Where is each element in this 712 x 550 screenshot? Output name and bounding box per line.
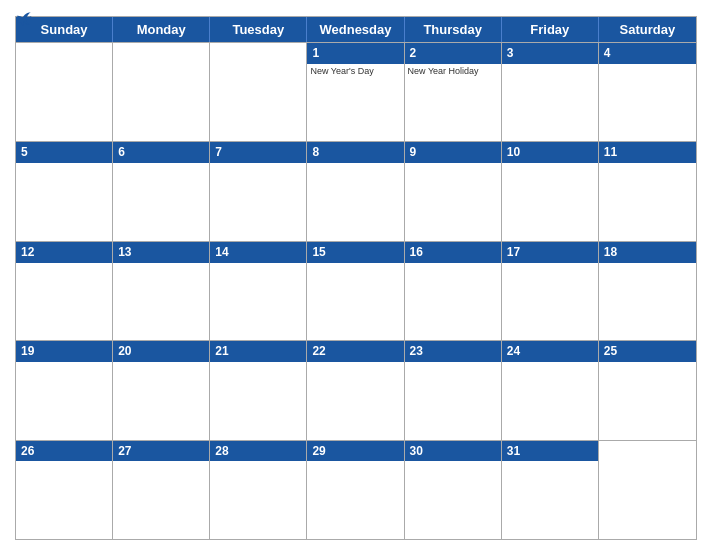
day-number: 8: [307, 142, 403, 163]
calendar-cell: [599, 441, 696, 539]
calendar-cell: 8: [307, 142, 404, 240]
calendar-week-5: 262728293031: [16, 440, 696, 539]
calendar-event: New Year Holiday: [405, 64, 501, 79]
calendar-cell: 1New Year's Day: [307, 43, 404, 141]
logo-blue: [15, 10, 35, 28]
calendar-cell: 12: [16, 242, 113, 340]
calendar-page: Sunday Monday Tuesday Wednesday Thursday…: [0, 0, 712, 550]
calendar-header: Sunday Monday Tuesday Wednesday Thursday…: [16, 17, 696, 42]
day-number: 31: [502, 441, 598, 462]
header-wednesday: Wednesday: [307, 17, 404, 42]
day-number: 2: [405, 43, 501, 64]
day-number: [210, 43, 306, 47]
calendar-cell: [113, 43, 210, 141]
day-number: 1: [307, 43, 403, 64]
header-tuesday: Tuesday: [210, 17, 307, 42]
day-number: 10: [502, 142, 598, 163]
calendar-grid: Sunday Monday Tuesday Wednesday Thursday…: [15, 16, 697, 540]
day-number: 27: [113, 441, 209, 462]
day-number: 25: [599, 341, 696, 362]
calendar-cell: 13: [113, 242, 210, 340]
calendar-cell: 25: [599, 341, 696, 439]
calendar-cell: 6: [113, 142, 210, 240]
calendar-event: New Year's Day: [307, 64, 403, 79]
day-number: [16, 43, 112, 47]
calendar-cell: 10: [502, 142, 599, 240]
day-number: 5: [16, 142, 112, 163]
day-number: 24: [502, 341, 598, 362]
day-number: 19: [16, 341, 112, 362]
calendar-cell: 20: [113, 341, 210, 439]
calendar-cell: 31: [502, 441, 599, 539]
logo-bird-icon: [15, 10, 33, 28]
day-number: 26: [16, 441, 112, 462]
day-number: 13: [113, 242, 209, 263]
calendar-week-3: 12131415161718: [16, 241, 696, 340]
calendar-week-1: 1New Year's Day2New Year Holiday34: [16, 42, 696, 141]
calendar-cell: [210, 43, 307, 141]
day-number: 17: [502, 242, 598, 263]
day-number: 15: [307, 242, 403, 263]
day-number: 20: [113, 341, 209, 362]
day-number: 23: [405, 341, 501, 362]
calendar-cell: 7: [210, 142, 307, 240]
day-number: 22: [307, 341, 403, 362]
calendar-cell: 24: [502, 341, 599, 439]
calendar-cell: 29: [307, 441, 404, 539]
calendar-week-4: 19202122232425: [16, 340, 696, 439]
calendar-cell: 2New Year Holiday: [405, 43, 502, 141]
calendar-cell: 15: [307, 242, 404, 340]
calendar-cell: 17: [502, 242, 599, 340]
calendar-cell: 5: [16, 142, 113, 240]
header-friday: Friday: [502, 17, 599, 42]
calendar-week-2: 567891011: [16, 141, 696, 240]
day-number: 21: [210, 341, 306, 362]
calendar-cell: 21: [210, 341, 307, 439]
day-number: 12: [16, 242, 112, 263]
calendar-cell: [16, 43, 113, 141]
calendar-cell: 30: [405, 441, 502, 539]
calendar-cell: 11: [599, 142, 696, 240]
calendar-cell: 9: [405, 142, 502, 240]
calendar-body: 1New Year's Day2New Year Holiday34567891…: [16, 42, 696, 539]
calendar-cell: 23: [405, 341, 502, 439]
header-saturday: Saturday: [599, 17, 696, 42]
calendar-cell: 28: [210, 441, 307, 539]
calendar-cell: 18: [599, 242, 696, 340]
header-thursday: Thursday: [405, 17, 502, 42]
day-number: 30: [405, 441, 501, 462]
day-number: 14: [210, 242, 306, 263]
day-number: [599, 441, 696, 445]
day-number: 28: [210, 441, 306, 462]
calendar-cell: 26: [16, 441, 113, 539]
header-monday: Monday: [113, 17, 210, 42]
day-number: 4: [599, 43, 696, 64]
day-number: 16: [405, 242, 501, 263]
calendar-cell: 19: [16, 341, 113, 439]
calendar-cell: 14: [210, 242, 307, 340]
day-number: 3: [502, 43, 598, 64]
calendar-cell: 4: [599, 43, 696, 141]
day-number: 11: [599, 142, 696, 163]
calendar-cell: 3: [502, 43, 599, 141]
day-number: 18: [599, 242, 696, 263]
calendar-cell: 22: [307, 341, 404, 439]
day-number: 9: [405, 142, 501, 163]
day-number: 7: [210, 142, 306, 163]
day-number: [113, 43, 209, 47]
calendar-cell: 27: [113, 441, 210, 539]
day-number: 29: [307, 441, 403, 462]
logo: [15, 10, 35, 28]
calendar-cell: 16: [405, 242, 502, 340]
day-number: 6: [113, 142, 209, 163]
